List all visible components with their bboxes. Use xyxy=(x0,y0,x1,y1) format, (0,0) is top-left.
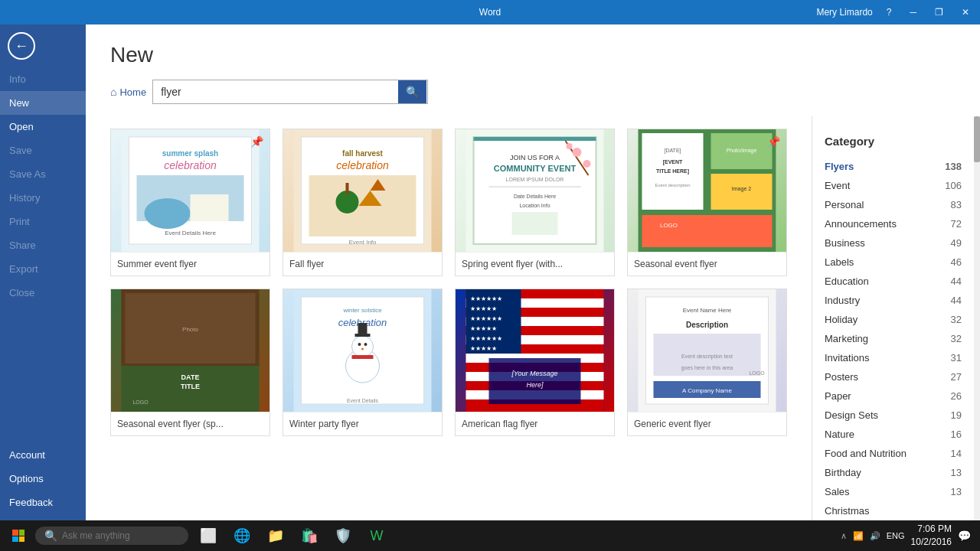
sidebar-item-options[interactable]: Options xyxy=(0,467,86,491)
title-bar: Word Mery Limardo ? ─ ❐ ✕ xyxy=(0,0,980,24)
date-display: 10/2/2016 xyxy=(911,536,952,549)
svg-point-60 xyxy=(364,343,368,346)
category-item-sales[interactable]: Sales 13 xyxy=(812,482,974,501)
category-count: 13 xyxy=(951,486,962,497)
category-count: 16 xyxy=(951,429,962,440)
category-item-industry[interactable]: Industry 44 xyxy=(812,291,974,310)
category-count: 72 xyxy=(951,218,962,230)
svg-text:Description: Description xyxy=(686,321,728,329)
start-button[interactable] xyxy=(3,520,34,551)
taskbar-search-input[interactable] xyxy=(62,530,169,541)
sidebar-item-close[interactable]: Close xyxy=(0,281,86,305)
template-label: Spring event flyer (with... xyxy=(456,252,614,276)
category-label: Labels xyxy=(825,256,854,268)
svg-point-5 xyxy=(145,198,191,229)
category-item-nature[interactable]: Nature 16 xyxy=(812,425,974,444)
category-count: 49 xyxy=(951,237,962,249)
network-icon: 📶 xyxy=(853,531,864,541)
home-link[interactable]: ⌂ Home xyxy=(110,86,146,98)
security-button[interactable]: 🛡️ xyxy=(328,520,358,551)
category-scrollbar: Category Flyers 138 Event 106 Personal 8… xyxy=(812,116,980,520)
taskbar-search-bar[interactable]: 🔍 xyxy=(35,527,188,545)
sidebar-item-share[interactable]: Share xyxy=(0,233,86,257)
sidebar-item-export[interactable]: Export xyxy=(0,257,86,281)
template-card[interactable]: ★★★★★★ ★★★★★ ★★★★★★ ★★★★★ ★★★★★★ ★★★★★ [… xyxy=(455,289,615,436)
sidebar-item-open[interactable]: Open xyxy=(0,115,86,139)
search-input[interactable] xyxy=(153,81,398,103)
category-item-christmas[interactable]: Christmas xyxy=(812,501,974,520)
template-card[interactable]: Photo DATE TITLE LOGO Seasonal event fly… xyxy=(110,289,270,436)
notification-icon[interactable]: 💬 xyxy=(958,530,971,542)
svg-text:Event Info: Event Info xyxy=(348,239,377,246)
svg-text:TITLE HERE]: TITLE HERE] xyxy=(656,168,689,174)
back-button[interactable]: ← xyxy=(0,24,43,67)
category-item-announcements[interactable]: Announcements 72 xyxy=(812,214,974,233)
task-view-button[interactable]: ⬜ xyxy=(193,520,224,551)
category-item-paper[interactable]: Paper 26 xyxy=(812,386,974,406)
template-thumbnail: Event Name Here Description Event descri… xyxy=(628,289,786,412)
minimize-button[interactable]: ─ xyxy=(905,5,921,19)
sidebar-item-account[interactable]: Account xyxy=(0,443,86,467)
template-card[interactable]: winter solstice celebration xyxy=(283,289,443,436)
sidebar-item-print[interactable]: Print xyxy=(0,210,86,233)
template-card[interactable]: summer splash celebration Event Details … xyxy=(110,129,270,276)
close-button[interactable]: ✕ xyxy=(957,5,974,19)
scrollbar-thumb[interactable] xyxy=(974,116,980,162)
edge-button[interactable]: 🌐 xyxy=(227,520,257,551)
category-label: Birthday xyxy=(825,467,861,478)
svg-text:LOREM IPSUM DOLOR: LOREM IPSUM DOLOR xyxy=(506,177,564,182)
restore-button[interactable]: ❐ xyxy=(930,5,948,19)
template-card[interactable]: fall harvest celebration Event Info Fall… xyxy=(283,129,443,276)
category-item-event[interactable]: Event 106 xyxy=(812,176,974,195)
scrollbar-track[interactable] xyxy=(974,116,980,520)
sidebar-item-history[interactable]: History xyxy=(0,186,86,210)
sidebar-item-new[interactable]: New xyxy=(0,91,86,115)
category-count: 46 xyxy=(951,256,962,268)
category-item-business[interactable]: Business 49 xyxy=(812,233,974,253)
store-button[interactable]: 🛍️ xyxy=(294,520,325,551)
category-item-labels[interactable]: Labels 46 xyxy=(812,253,974,272)
svg-text:Event Details Here: Event Details Here xyxy=(165,230,216,236)
category-item-personal[interactable]: Personal 83 xyxy=(812,195,974,214)
category-label: Event xyxy=(825,180,850,191)
template-card[interactable]: [DATE] [EVENT TITLE HERE] Event descript… xyxy=(627,129,787,276)
svg-rect-63 xyxy=(358,323,368,335)
sidebar-item-feedback[interactable]: Feedback xyxy=(0,491,86,514)
category-item-food-nutrition[interactable]: Food and Nutrition 14 xyxy=(812,444,974,463)
help-button[interactable]: ? xyxy=(882,5,897,19)
sidebar-item-saveas[interactable]: Save As xyxy=(0,162,86,186)
template-thumbnail: ★★★★★★ ★★★★★ ★★★★★★ ★★★★★ ★★★★★★ ★★★★★ [… xyxy=(456,289,614,412)
svg-point-29 xyxy=(573,148,582,157)
category-label: Sales xyxy=(825,486,850,497)
pin-icon: 📌 xyxy=(250,135,263,148)
back-circle-icon: ← xyxy=(8,32,35,60)
category-item-marketing[interactable]: Marketing 32 xyxy=(812,329,974,348)
word-button[interactable]: W xyxy=(361,520,392,551)
category-label: Nature xyxy=(825,429,854,440)
svg-text:Photo: Photo xyxy=(182,326,198,333)
sidebar-item-info[interactable]: Info xyxy=(0,67,86,91)
category-item-education[interactable]: Education 44 xyxy=(812,272,974,291)
home-label: Home xyxy=(119,86,146,98)
svg-text:Event description text: Event description text xyxy=(681,354,733,360)
search-button[interactable]: 🔍 xyxy=(398,80,426,103)
svg-text:LOGO: LOGO xyxy=(660,222,678,229)
svg-point-31 xyxy=(567,143,573,149)
category-item-posters[interactable]: Posters 27 xyxy=(812,367,974,386)
category-item-flyers[interactable]: Flyers 138 xyxy=(812,157,974,176)
template-card[interactable]: JOIN US FOR A COMMUNITY EVENT LOREM IPSU… xyxy=(455,129,615,276)
category-item-invitations[interactable]: Invitations 31 xyxy=(812,348,974,367)
category-label: Christmas xyxy=(825,505,870,517)
taskbar-clock[interactable]: 7:06 PM 10/2/2016 xyxy=(911,523,952,549)
taskbar-app-icons: ⬜ 🌐 📁 🛍️ 🛡️ W xyxy=(193,520,392,551)
template-thumbnail: JOIN US FOR A COMMUNITY EVENT LOREM IPSU… xyxy=(456,129,614,252)
svg-rect-6 xyxy=(191,194,229,221)
system-tray[interactable]: ∧ xyxy=(841,531,847,541)
sidebar-bottom: Account Options Feedback xyxy=(0,443,86,520)
category-item-design-sets[interactable]: Design Sets 19 xyxy=(812,406,974,425)
template-card[interactable]: Event Name Here Description Event descri… xyxy=(627,289,787,436)
sidebar-item-save[interactable]: Save xyxy=(0,139,86,162)
category-item-birthday[interactable]: Birthday 13 xyxy=(812,463,974,482)
category-item-holiday[interactable]: Holiday 32 xyxy=(812,310,974,329)
explorer-button[interactable]: 📁 xyxy=(260,520,291,551)
